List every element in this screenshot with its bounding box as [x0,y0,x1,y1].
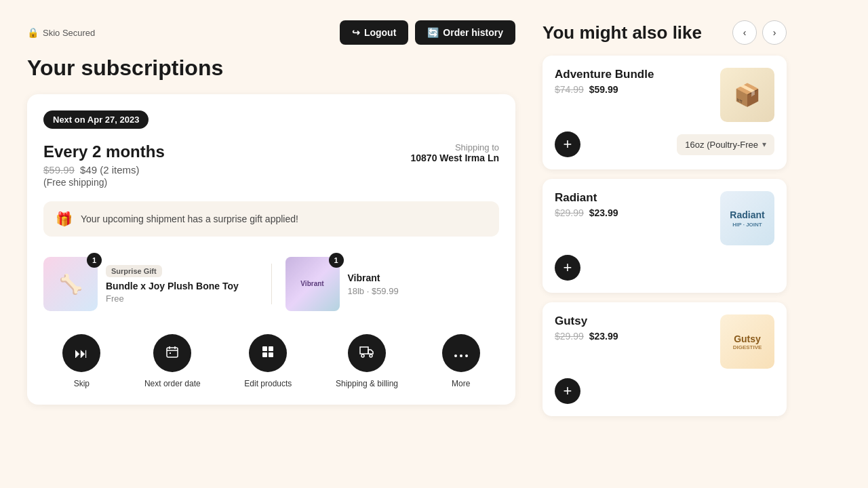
nav-arrows: ‹ › [732,20,787,45]
product-2-qty-badge: 1 [329,253,344,268]
original-price: $59.99 [43,164,75,176]
dropdown-arrow-icon: ▾ [762,140,766,149]
card-2-pricing: $29.99 $23.99 [555,207,618,218]
subscription-card: Next on Apr 27, 2023 Every 2 months $59.… [27,94,515,405]
card-1-variant-select[interactable]: 16oz (Poultry-Free ▾ [677,134,774,155]
nav-next-button[interactable]: › [762,20,787,45]
product-item-1: 🦴 1 Surprise Gift Bundle x Joy Plush Bon… [43,257,258,311]
radiant-sub-label: HIP · JOINT [732,222,762,228]
right-panel: You might also like ‹ › Adventure Bundle… [542,20,787,468]
truck-icon [359,345,374,362]
action-buttons: ⏭ Skip [43,334,499,388]
product-1-details: Surprise Gift Bundle x Joy Plush Bone To… [106,264,239,304]
edit-products-button[interactable]: Edit products [244,334,292,388]
shipping-address: 10870 West Irma Ln [411,152,499,163]
subscription-details-right: Shipping to 10870 West Irma Ln [411,142,499,163]
shipping-to-label: Shipping to [411,142,499,152]
shipping-billing-icon-circle [348,334,386,372]
recommendation-card-2: Radiant $29.99 $23.99 Radiant HIP · JOIN… [542,179,787,293]
card-2-name: Radiant [555,191,618,205]
shipping-billing-button[interactable]: Shipping & billing [336,334,398,388]
logout-icon: ↪ [352,27,360,38]
subscription-pricing: $59.99 $49 (2 items) [43,164,165,176]
product-1-qty-badge: 1 [87,253,102,268]
surprise-gift-tag: Surprise Gift [106,265,162,277]
gutsy-image: Gutsy DIGESTIVE [720,314,774,369]
left-panel: 🔒 Skio Secured ↪ Logout 🔄 Order history … [27,20,515,468]
recommendations-header: You might also like ‹ › [542,20,787,45]
recommendation-card-1: Adventure Bundle $74.99 $59.99 📦 + 16oz … [542,56,787,169]
product-1-image-wrap: 🦴 1 [43,257,98,311]
sale-price: $49 [80,164,97,176]
shipping-billing-label: Shipping & billing [336,379,398,388]
card-2-image: Radiant HIP · JOINT [720,191,774,245]
card-3-name: Gutsy [555,314,618,328]
gift-icon: 🎁 [56,211,73,227]
skip-label: Skip [74,379,90,388]
card-3-top: Gutsy $29.99 $23.99 Gutsy DIGESTIVE [555,314,774,369]
product-2-weight-price: 18lb · $59.99 [348,286,399,296]
order-history-label: Order history [443,27,503,38]
logout-label: Logout [364,27,396,38]
card-2-add-button[interactable]: + [555,255,580,281]
gutsy-sub-label: DIGESTIVE [733,344,762,350]
card-1-name: Adventure Bundle [555,68,654,81]
svg-point-9 [361,354,364,357]
card-3-sale-price: $23.99 [589,331,618,342]
card-3-pricing: $29.99 $23.99 [555,331,618,342]
card-2-top: Radiant $29.99 $23.99 Radiant HIP · JOIN… [555,191,774,245]
card-1-variant-label: 16oz (Poultry-Free [685,140,758,150]
card-1-info: Adventure Bundle $74.99 $59.99 [555,68,654,95]
svg-rect-8 [269,352,273,357]
skip-icon-circle: ⏭ [62,334,100,372]
more-icon-circle [442,334,480,372]
subscription-info: Every 2 months $59.99 $49 (2 items) (Fre… [43,142,499,188]
order-history-icon: 🔄 [427,27,439,38]
svg-rect-6 [269,346,273,351]
product-1-name: Bundle x Joy Plush Bone Toy [106,280,239,292]
next-order-date-label: Next order date [144,379,201,388]
secured-badge: 🔒 Skio Secured [27,27,95,38]
order-history-button[interactable]: 🔄 Order history [415,20,515,45]
logout-button[interactable]: ↪ Logout [340,20,408,45]
more-icon [454,346,468,361]
svg-point-10 [370,354,372,357]
card-3-info: Gutsy $29.99 $23.99 [555,314,618,342]
header-top: 🔒 Skio Secured ↪ Logout 🔄 Order history [27,20,515,45]
next-order-date-button[interactable]: Next order date [144,334,201,388]
header-buttons: ↪ Logout 🔄 Order history [340,20,515,45]
free-shipping-label: (Free shipping) [43,177,165,188]
chevron-right-icon: › [773,27,776,38]
svg-point-12 [460,354,462,357]
skip-button[interactable]: ⏭ Skip [62,334,100,388]
product-2-image-wrap: Vibrant 1 [285,257,340,311]
subscription-details-left: Every 2 months $59.99 $49 (2 items) (Fre… [43,142,165,188]
edit-products-label: Edit products [244,379,292,388]
nav-prev-button[interactable]: ‹ [732,20,757,45]
card-1-add-button[interactable]: + [555,131,580,157]
card-3-image: Gutsy DIGESTIVE [720,314,774,369]
svg-point-13 [465,354,468,357]
card-1-top: Adventure Bundle $74.99 $59.99 📦 [555,68,774,122]
svg-rect-7 [262,352,267,357]
svg-rect-0 [167,348,178,357]
product-1-price: Free [106,293,239,304]
card-1-sale-price: $59.99 [589,84,618,95]
products-row: 🦴 1 Surprise Gift Bundle x Joy Plush Bon… [43,250,499,318]
product-2-name: Vibrant [348,272,399,284]
svg-rect-4 [170,352,171,354]
card-3-add-button[interactable]: + [555,378,580,404]
more-button[interactable]: More [442,334,480,388]
subscription-frequency: Every 2 months [43,142,165,161]
recommendations-title: You might also like [542,22,702,43]
chevron-left-icon: ‹ [743,27,747,38]
card-3-original-price: $29.99 [555,331,584,342]
next-date-badge: Next on Apr 27, 2023 [43,110,149,129]
product-2-details: Vibrant 18lb · $59.99 [348,272,399,296]
svg-point-11 [454,354,457,357]
card-2-info: Radiant $29.99 $23.99 [555,191,618,218]
card-1-actions: + 16oz (Poultry-Free ▾ [555,131,774,157]
page-title: Your subscriptions [27,56,515,81]
radiant-image: Radiant HIP · JOINT [720,191,774,245]
card-3-actions: + [555,378,774,404]
